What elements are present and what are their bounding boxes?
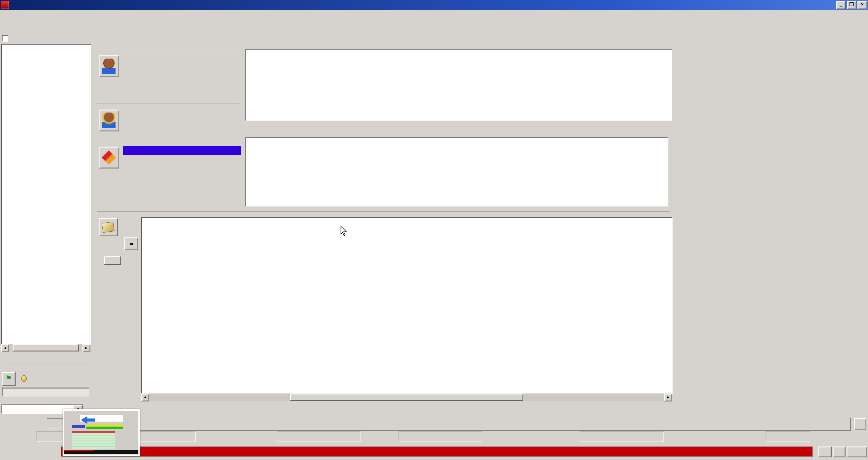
logs-more-button[interactable] xyxy=(104,256,121,265)
logs-search-button[interactable]: ●● xyxy=(124,237,138,250)
system-message-bar xyxy=(61,447,813,456)
dealer-info-text xyxy=(123,109,242,123)
alarm-icon-button[interactable] xyxy=(99,146,119,168)
actioned-count-box xyxy=(580,431,664,441)
logs-scroll-left-icon[interactable]: ◄ xyxy=(141,393,149,401)
alarm-type-banner xyxy=(123,146,241,155)
hidden-count-box xyxy=(765,431,810,441)
tree-hscrollbar[interactable]: ◄ ► xyxy=(1,344,90,352)
mouse-cursor xyxy=(340,226,348,237)
video-thumbnail-overlay[interactable] xyxy=(63,409,140,456)
alarm-action-buttons xyxy=(91,33,865,46)
customer-portrait-button[interactable] xyxy=(99,55,119,77)
customer-portrait-icon xyxy=(102,59,116,74)
dealer-info-header xyxy=(94,103,239,105)
message-clear-button[interactable] xyxy=(846,447,867,457)
title-bar: _ ❐ × xyxy=(0,0,868,10)
scroll-left-icon[interactable]: ◄ xyxy=(1,344,9,352)
burglary-alarm-icon xyxy=(102,150,116,164)
app-icon xyxy=(1,1,9,9)
alarm-info-header xyxy=(94,140,239,142)
restore-button[interactable]: ❐ xyxy=(847,1,857,9)
collapse-counts-button[interactable] xyxy=(854,418,867,430)
pbx-status xyxy=(21,375,30,384)
logs-card-button[interactable] xyxy=(99,218,118,237)
pbx-idle-led-icon xyxy=(21,375,27,382)
pbx-input[interactable] xyxy=(2,388,89,396)
customer-info-header xyxy=(94,48,239,50)
logs-scroll-right-icon[interactable]: ► xyxy=(664,393,672,401)
scroll-thumb[interactable] xyxy=(12,344,79,352)
message-more-button[interactable] xyxy=(818,447,832,457)
action-pattern-table xyxy=(245,137,669,206)
logs-scroll-thumb[interactable] xyxy=(290,393,523,401)
navigation-tree xyxy=(1,44,91,345)
new-count-box xyxy=(277,431,361,441)
customer-logs-header xyxy=(94,211,670,213)
account-status-panel xyxy=(245,48,672,121)
customer-logs-table xyxy=(141,217,673,394)
binoculars-icon: ●● xyxy=(129,238,132,249)
logs-hscrollbar[interactable]: ◄ ► xyxy=(141,393,672,401)
wrap-text-checkbox[interactable] xyxy=(2,35,8,41)
pbx-flag-icon[interactable]: ⚑ xyxy=(2,372,16,386)
menu-bar xyxy=(0,10,868,20)
pbx-section-header xyxy=(2,364,89,366)
logs-card-icon xyxy=(102,222,115,233)
wrap-text-row: ✎ xyxy=(0,33,91,43)
viewed-count-box xyxy=(399,431,482,441)
main-toolbar xyxy=(0,20,868,33)
dealer-portrait-icon xyxy=(102,112,116,128)
operator-workstation-window: _ ❐ × ✎ ◄ ► ⚑ xyxy=(0,0,868,460)
dealer-portrait-button[interactable] xyxy=(99,109,119,131)
close-button[interactable]: × xyxy=(858,1,867,9)
scroll-right-icon[interactable]: ► xyxy=(83,344,90,352)
message-count-button[interactable] xyxy=(833,447,845,457)
minimize-button[interactable]: _ xyxy=(836,1,846,9)
